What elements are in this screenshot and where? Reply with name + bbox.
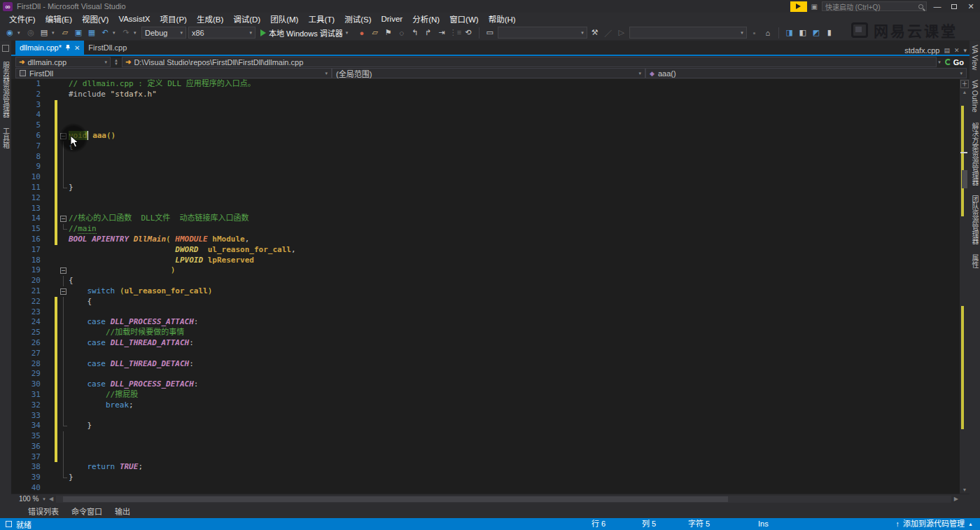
tool-tab-right[interactable]: VA Outline xyxy=(971,80,979,113)
panel-tab[interactable]: 错误列表 xyxy=(28,505,59,517)
panel-tab[interactable]: 输出 xyxy=(115,505,130,517)
vertical-scrollbar[interactable]: ＋ ▲ ▼ xyxy=(960,79,969,494)
code-line[interactable]: 6–void aaa() xyxy=(15,131,969,141)
code-line[interactable]: 30 case DLL_PROCESS_DETACH: xyxy=(15,379,969,390)
quick-launch-input[interactable]: 快速启动 (Ctrl+Q) xyxy=(822,1,927,11)
horizontal-thumb[interactable] xyxy=(63,496,728,502)
maximize-button[interactable] xyxy=(948,2,960,11)
code-line[interactable]: 21– switch (ul_reason_for_call) xyxy=(15,286,969,297)
navigate-back-icon[interactable]: ◉ xyxy=(4,28,15,37)
find-in-files-icon[interactable]: ⚑ xyxy=(383,28,394,37)
code-line[interactable]: 20{ xyxy=(15,276,969,286)
menu-item-t[interactable]: 工具(T) xyxy=(303,13,340,25)
undo-icon[interactable]: ↶ xyxy=(99,28,111,37)
scope-dropdown[interactable]: (全局范围) ▾ xyxy=(332,68,645,78)
step-over-icon[interactable]: ↱ xyxy=(423,28,434,37)
code-line[interactable]: 5 xyxy=(15,120,969,131)
code-line[interactable]: 10 xyxy=(15,172,969,183)
panel-tab[interactable]: 命令窗口 xyxy=(71,505,102,517)
va-goto-combobox[interactable]: ▾ xyxy=(629,27,747,39)
tool-tab-left[interactable]: 工具箱 xyxy=(1,127,11,148)
code-line[interactable]: 2#include "stdafx.h" xyxy=(15,90,969,100)
code-line[interactable]: 23 xyxy=(15,307,969,318)
undo-dropdown[interactable]: ▾ xyxy=(113,30,118,36)
scroll-up-icon[interactable]: ▲ xyxy=(962,89,967,96)
code-line[interactable]: 7{ xyxy=(15,141,969,152)
tool-tab-right[interactable]: 团队资源管理器 xyxy=(969,195,980,244)
tool-tab-right[interactable]: 解决方案资源管理器 xyxy=(969,123,980,186)
sync-icon[interactable]: ◩ xyxy=(811,28,822,37)
save-icon[interactable]: ▣ xyxy=(73,28,84,37)
redo-dropdown[interactable]: ▾ xyxy=(134,30,139,36)
redo-icon[interactable]: ↷ xyxy=(120,28,132,37)
code-line[interactable]: 35 xyxy=(15,431,969,442)
code-line[interactable]: 18 LPVOID lpReserved xyxy=(15,256,969,266)
menu-item-d[interactable]: 调试(D) xyxy=(228,13,265,25)
step-into-icon[interactable]: ↰ xyxy=(410,28,421,37)
code-line[interactable]: 34 } xyxy=(15,421,969,431)
pin-icon[interactable] xyxy=(65,45,71,50)
menu-item-vassistx[interactable]: VAssistX xyxy=(113,13,155,25)
split-editor-button[interactable]: ＋ xyxy=(960,80,969,88)
menu-item-s[interactable]: 测试(S) xyxy=(340,13,376,25)
menu-item-driver[interactable]: Driver xyxy=(376,13,407,25)
menu-item-n[interactable]: 分析(N) xyxy=(407,13,444,25)
scroll-left-icon[interactable]: ◀ xyxy=(49,496,53,502)
add-to-source-control-button[interactable]: ↑ 添加到源代码管理 ▲ xyxy=(896,518,973,530)
code-line[interactable]: 12 xyxy=(15,193,969,204)
comment-icon[interactable]: ▭ xyxy=(484,28,496,37)
navigate-to-icon[interactable]: ◌ xyxy=(396,29,407,37)
scrollbar-thumb[interactable] xyxy=(962,170,967,188)
notifications-flag-button[interactable] xyxy=(790,1,807,12)
code-line[interactable]: 37 xyxy=(15,452,969,463)
menu-item-m[interactable]: 团队(M) xyxy=(265,13,303,25)
tab-dllmain-cpp[interactable]: dllmain.cpp* ✕ xyxy=(15,41,84,55)
indent-icon[interactable]: ⇥ xyxy=(436,28,447,37)
save-all-icon[interactable]: ▦ xyxy=(86,28,97,37)
menu-item-e[interactable]: 编辑(E) xyxy=(41,13,77,25)
find-symbol-icon[interactable]: ⌂ xyxy=(762,29,774,37)
add-item-icon[interactable]: ▱ xyxy=(370,28,381,37)
tool-tab-left[interactable]: 服务器资源管理器 xyxy=(1,62,11,118)
breakpoint-icon[interactable]: ● xyxy=(356,29,368,37)
tool-tab-right[interactable]: 属性 xyxy=(969,254,980,268)
code-line[interactable]: 32 break; xyxy=(15,400,969,411)
menu-item-p[interactable]: 项目(P) xyxy=(155,13,192,25)
collapse-icon[interactable]: – xyxy=(60,216,66,222)
code-line[interactable]: 9 xyxy=(15,162,969,172)
code-line[interactable]: 11} xyxy=(15,183,969,193)
horizontal-scrollbar[interactable] xyxy=(56,496,951,503)
code-line[interactable]: 14–//核心的入口函数 DLL文件 动态链接库入口函数 xyxy=(15,214,969,224)
code-line[interactable]: 36 xyxy=(15,442,969,452)
file-dropdown[interactable]: ➜ dllmain.cpp ▾ xyxy=(15,57,111,67)
code-line[interactable]: 25 //加载时候要做的事情 xyxy=(15,328,969,338)
collapse-icon[interactable]: – xyxy=(60,267,66,274)
menu-item-f[interactable]: 文件(F) xyxy=(4,13,41,25)
list-icon[interactable]: ▪ xyxy=(749,29,760,37)
code-line[interactable]: 16BOOL APIENTRY DllMain( HMODULE hModule… xyxy=(15,235,969,245)
new-file-icon[interactable]: ▤ xyxy=(38,28,50,37)
code-line[interactable]: 3 xyxy=(15,100,969,111)
code-line[interactable]: 1// dllmain.cpp : 定义 DLL 应用程序的入口点。 xyxy=(15,79,969,90)
menu-item-b[interactable]: 生成(B) xyxy=(192,13,228,25)
code-line[interactable]: 13 xyxy=(15,204,969,214)
scroll-right-icon[interactable]: ▶ xyxy=(954,496,958,502)
file-spinner[interactable]: ▲▼ xyxy=(112,59,120,66)
minimize-button[interactable]: — xyxy=(931,2,944,11)
code-line[interactable]: 33 xyxy=(15,411,969,421)
va-refactor-icon[interactable]: ⚒ xyxy=(589,28,601,37)
code-line[interactable]: 24 case DLL_PROCESS_ATTACH: xyxy=(15,317,969,328)
file-path-box[interactable]: ➜ D:\Visual Studio\repos\FirstDll\FirstD… xyxy=(122,57,937,67)
fold-margin[interactable]: – xyxy=(60,265,69,276)
navigate-forward-icon[interactable]: ◎ xyxy=(25,28,36,37)
va-find-combobox[interactable]: ▾ xyxy=(498,27,587,39)
compare-files-icon[interactable]: ◨ xyxy=(784,28,795,37)
window-list-icon[interactable]: ▤ xyxy=(944,47,950,54)
tool-tab-right[interactable]: VA View xyxy=(971,45,979,70)
code-line[interactable]: 40 xyxy=(15,483,969,494)
close-button[interactable]: ✕ xyxy=(965,2,977,11)
code-line[interactable]: 4 xyxy=(15,110,969,120)
menu-item-h[interactable]: 帮助(H) xyxy=(484,13,521,25)
path-dropdown-icon[interactable]: ▾ xyxy=(938,60,941,65)
new-file-dropdown[interactable]: ▾ xyxy=(52,30,57,36)
